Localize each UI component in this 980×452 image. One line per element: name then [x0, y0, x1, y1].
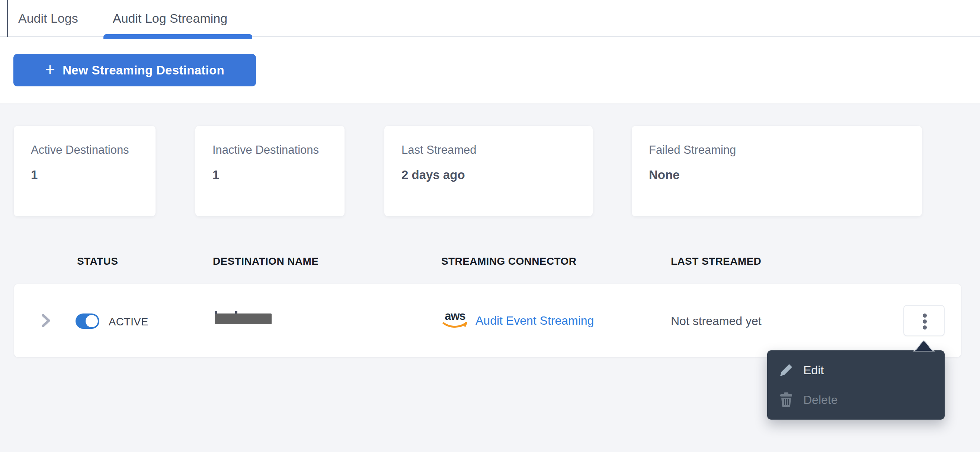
tab-bar: Audit Logs Audit Log Streaming: [0, 0, 980, 37]
column-header-last-streamed: LAST STREAMED: [671, 256, 761, 267]
stat-card-last-streamed: Last Streamed 2 days ago: [384, 126, 593, 216]
column-header-streaming-connector: STREAMING CONNECTOR: [441, 256, 576, 267]
stat-label: Failed Streaming: [649, 143, 736, 157]
main-content: Active Destinations 1 Inactive Destinati…: [0, 104, 980, 452]
stat-value: 2 days ago: [401, 168, 465, 182]
toggle-knob: [86, 315, 98, 327]
menu-caret-icon: [912, 340, 936, 351]
kebab-menu-icon: [923, 313, 927, 318]
panel-edge-divider: [7, 0, 8, 37]
stat-label: Inactive Destinations: [212, 143, 319, 157]
menu-item-edit[interactable]: Edit: [767, 359, 945, 382]
chevron-right-icon[interactable]: [41, 314, 51, 327]
stat-card-active-destinations: Active Destinations 1: [14, 126, 156, 216]
redacted-destination-name: [215, 313, 272, 324]
status-toggle[interactable]: [76, 313, 99, 329]
stat-value: None: [649, 168, 680, 182]
row-actions-kebab-button[interactable]: [904, 305, 945, 336]
trash-icon: [779, 393, 794, 407]
stat-label: Active Destinations: [31, 143, 129, 157]
plus-icon: +: [45, 61, 55, 78]
status-badge: ACTIVE: [109, 316, 148, 328]
stat-card-failed-streaming: Failed Streaming None: [632, 126, 922, 216]
tab-audit-log-streaming[interactable]: Audit Log Streaming: [113, 11, 228, 26]
connector-link[interactable]: Audit Event Streaming: [476, 314, 594, 327]
menu-item-label: Delete: [803, 393, 838, 407]
active-tab-indicator: [103, 34, 252, 39]
table-row: ACTIVE aws Audit Event Streaming Not str…: [14, 284, 961, 357]
new-streaming-destination-button[interactable]: + New Streaming Destination: [13, 54, 256, 86]
column-header-status: STATUS: [77, 256, 118, 267]
kebab-menu-icon: [923, 319, 927, 324]
audit-log-streaming-page: Audit Logs Audit Log Streaming + New Str…: [0, 0, 980, 452]
stat-card-inactive-destinations: Inactive Destinations 1: [195, 126, 345, 216]
menu-item-label: Edit: [803, 363, 824, 377]
redaction-artifact: [215, 311, 217, 314]
stat-label: Last Streamed: [401, 143, 477, 157]
toolbar: + New Streaming Destination: [0, 38, 980, 104]
stat-value: 1: [212, 168, 219, 182]
tab-audit-logs[interactable]: Audit Logs: [18, 11, 78, 26]
aws-wordmark: aws: [442, 310, 468, 322]
column-header-destination-name: DESTINATION NAME: [213, 256, 318, 267]
new-streaming-destination-label: New Streaming Destination: [62, 63, 224, 77]
pencil-icon: [779, 363, 794, 377]
redaction-artifact: [235, 311, 237, 313]
menu-item-delete[interactable]: Delete: [767, 388, 945, 411]
kebab-menu-icon: [923, 326, 927, 329]
aws-logo-icon: aws: [442, 310, 468, 332]
last-streamed-value: Not streamed yet: [671, 314, 762, 328]
row-actions-context-menu: Edit Delete: [767, 350, 945, 420]
stat-value: 1: [31, 168, 38, 182]
